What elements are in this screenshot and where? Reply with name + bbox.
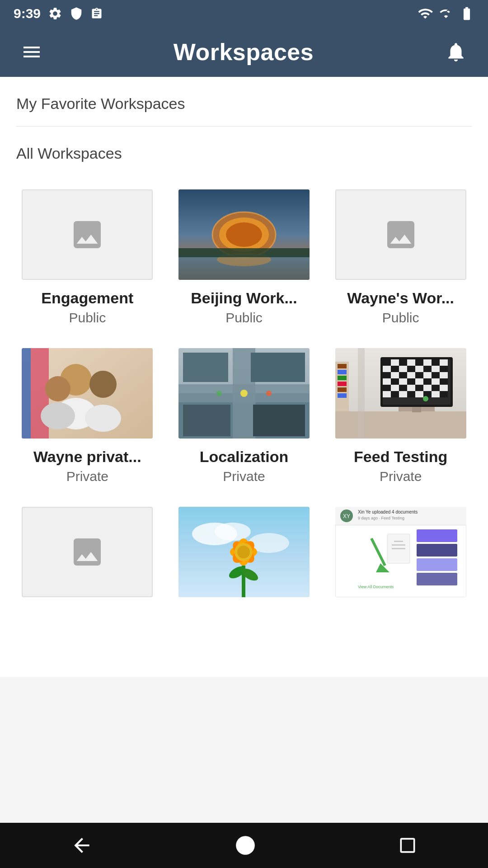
svg-rect-79 — [440, 391, 448, 397]
svg-rect-84 — [338, 376, 347, 380]
svg-rect-76 — [415, 391, 423, 397]
status-bar: 9:39 — [0, 0, 488, 27]
workspace-visibility-wayne-private: Private — [66, 469, 108, 484]
status-time: 9:39 — [14, 6, 41, 21]
svg-rect-90 — [358, 348, 365, 439]
app-bar: Workspaces — [0, 27, 488, 77]
clipboard-icon — [90, 7, 103, 20]
workspace-grid: Engagement Public — [0, 171, 488, 632]
svg-rect-43 — [407, 366, 415, 372]
svg-rect-60 — [415, 378, 423, 385]
svg-rect-75 — [407, 391, 415, 397]
workspace-thumb-9: XY Xin Ye uploaded 4 documents 9 days ag… — [335, 507, 466, 597]
svg-rect-38 — [432, 359, 440, 366]
svg-rect-64 — [383, 385, 391, 391]
svg-rect-65 — [391, 385, 399, 391]
svg-rect-68 — [415, 385, 423, 391]
svg-rect-86 — [338, 387, 347, 392]
workspace-thumb-feed-testing — [335, 348, 466, 439]
status-left: 9:39 — [14, 6, 103, 21]
svg-rect-69 — [423, 385, 432, 391]
svg-rect-62 — [432, 378, 440, 385]
bottom-nav — [0, 823, 488, 868]
signal-icon — [439, 7, 453, 20]
svg-rect-112 — [335, 525, 466, 525]
svg-rect-57 — [391, 378, 399, 385]
svg-text:XY: XY — [343, 513, 350, 519]
workspace-thumb-beijing — [178, 189, 310, 280]
svg-rect-87 — [338, 393, 347, 398]
workspace-visibility-beijing: Public — [225, 310, 263, 326]
svg-point-93 — [215, 523, 251, 541]
svg-rect-121 — [417, 558, 457, 571]
svg-rect-50 — [399, 372, 407, 378]
back-button[interactable] — [66, 830, 98, 861]
svg-rect-58 — [399, 378, 407, 385]
bell-icon — [445, 41, 467, 63]
svg-text:9 days ago · Feed Testing: 9 days ago · Feed Testing — [358, 516, 404, 520]
workspace-thumb-localization — [178, 348, 310, 439]
svg-rect-41 — [391, 366, 399, 372]
back-icon — [70, 834, 93, 857]
placeholder-icon-3 — [69, 534, 105, 570]
svg-rect-117 — [392, 544, 405, 546]
menu-button[interactable] — [16, 37, 47, 67]
beijing-svg — [178, 189, 310, 280]
wifi-icon — [418, 6, 433, 21]
workspace-item-feed-testing[interactable]: Feed Testing Private — [322, 339, 479, 498]
svg-text:Xin Ye uploaded 4 documents: Xin Ye uploaded 4 documents — [358, 509, 418, 514]
home-icon — [234, 834, 257, 857]
svg-rect-74 — [399, 391, 407, 397]
workspace-thumb-8 — [178, 507, 310, 597]
beijing-image — [178, 189, 310, 280]
svg-rect-125 — [401, 839, 414, 852]
svg-rect-23 — [183, 405, 230, 436]
svg-rect-116 — [394, 541, 403, 542]
workspace-item-beijing[interactable]: Beijing Work... Public — [166, 180, 323, 339]
svg-rect-39 — [440, 359, 448, 366]
workspace-name-waynes: Wayne's Wor... — [347, 289, 454, 307]
svg-rect-44 — [415, 366, 423, 372]
svg-rect-22 — [251, 353, 305, 382]
svg-rect-46 — [432, 366, 440, 372]
svg-point-102 — [237, 546, 250, 558]
favorites-section-title: My Favorite Workspaces — [0, 77, 488, 122]
workspace-visibility-engagement: Public — [69, 310, 106, 326]
svg-rect-59 — [407, 378, 415, 385]
svg-point-25 — [240, 390, 248, 397]
workspace-thumb-engagement — [22, 189, 153, 280]
shield-icon — [70, 7, 83, 20]
workspace-item-8[interactable] — [166, 498, 323, 623]
workspace-name-feed-testing: Feed Testing — [354, 448, 447, 466]
recents-button[interactable] — [393, 831, 422, 860]
notification-button[interactable] — [440, 36, 472, 68]
svg-rect-10 — [22, 348, 31, 439]
svg-rect-119 — [417, 529, 457, 542]
placeholder-icon-2 — [383, 217, 419, 253]
workspace-item-wayne-private[interactable]: Wayne privat... Private — [9, 339, 166, 498]
flower-svg — [178, 507, 310, 597]
svg-rect-37 — [423, 359, 432, 366]
svg-rect-29 — [335, 411, 466, 439]
recents-icon — [398, 835, 418, 855]
svg-rect-67 — [407, 385, 415, 391]
workspace-item-waynes[interactable]: Wayne's Wor... Public — [322, 180, 479, 339]
workspace-item-7[interactable] — [9, 498, 166, 623]
workspace-item-engagement[interactable]: Engagement Public — [9, 180, 166, 339]
svg-rect-40 — [383, 366, 391, 372]
screenshot-svg: XY Xin Ye uploaded 4 documents 9 days ag… — [335, 507, 466, 597]
workspace-visibility-localization: Private — [223, 469, 265, 484]
home-button[interactable] — [230, 830, 261, 861]
svg-rect-32 — [383, 359, 391, 366]
workspace-item-localization[interactable]: Localization Private — [166, 339, 323, 498]
svg-point-80 — [423, 396, 428, 401]
svg-rect-24 — [253, 405, 305, 436]
workspace-name-wayne-private: Wayne privat... — [33, 448, 141, 466]
people-svg — [22, 348, 153, 439]
workspace-item-9[interactable]: XY Xin Ye uploaded 4 documents 9 days ag… — [322, 498, 479, 623]
svg-point-3 — [226, 222, 262, 247]
placeholder-icon — [69, 217, 105, 253]
workspace-visibility-feed-testing: Private — [380, 469, 422, 484]
svg-rect-66 — [399, 385, 407, 391]
all-workspaces-section-title: All Workspaces — [0, 127, 488, 171]
